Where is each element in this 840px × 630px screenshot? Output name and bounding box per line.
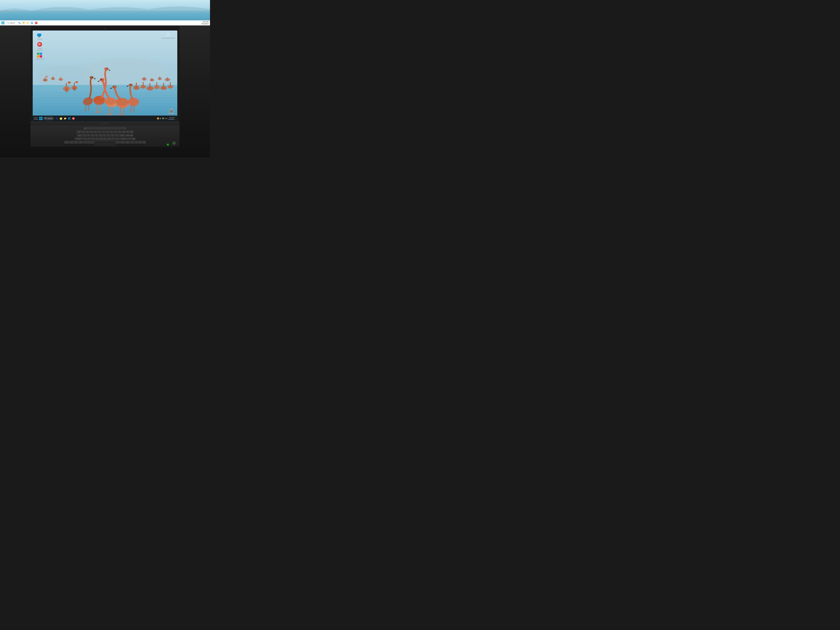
- key-t[interactable]: T: [98, 131, 101, 134]
- key-i[interactable]: I: [110, 131, 114, 134]
- key-a[interactable]: A: [83, 134, 86, 137]
- this-pc-icon[interactable]: This PC: [35, 33, 44, 40]
- svg-rect-21: [159, 76, 160, 79]
- key-fn[interactable]: Fn: [70, 141, 74, 144]
- key-pgup[interactable]: PgUp: [130, 134, 133, 137]
- key-ctrl-r[interactable]: Ctrl: [125, 141, 130, 144]
- key-x[interactable]: X: [87, 137, 91, 141]
- key-f10[interactable]: [117, 127, 120, 130]
- external-monitor: ision 🔍 Search 🐾 🗂️ 📁 🌐: [0, 0, 210, 25]
- key-o[interactable]: O: [114, 131, 118, 134]
- ext-edge-icon[interactable]: 🌐: [30, 21, 33, 25]
- key-alt-l[interactable]: Alt: [79, 141, 83, 144]
- key-tab[interactable]: Tab: [76, 131, 82, 134]
- notification-corner[interactable]: [175, 117, 177, 120]
- key-m[interactable]: M: [107, 137, 111, 141]
- ext-start-button[interactable]: [2, 21, 4, 24]
- svg-line-63: [123, 107, 124, 114]
- taskbar-widget-icon[interactable]: 🐾: [55, 117, 58, 120]
- key-n[interactable]: N: [103, 137, 107, 141]
- battery-icon[interactable]: 🔋: [162, 118, 164, 119]
- key-u[interactable]: U: [106, 131, 109, 134]
- key-pgdn[interactable]: PgDn: [132, 137, 135, 141]
- key-k[interactable]: K: [111, 134, 114, 137]
- language-indicator[interactable]: ENG: [164, 118, 168, 119]
- key-ins[interactable]: Ins: [126, 131, 129, 134]
- key-up[interactable]: ↑: [128, 137, 132, 141]
- taskbar-files-icon[interactable]: 📁: [63, 117, 67, 120]
- keyboard-row-4: Shift Z X C V B N M , . Shift ↑ PgDn: [32, 137, 178, 141]
- network-icon[interactable]: 📶: [157, 118, 159, 119]
- key-f11[interactable]: [120, 127, 123, 130]
- key-win[interactable]: ⊞: [74, 141, 78, 144]
- taskbar-search[interactable]: 🔍 Search: [43, 117, 54, 120]
- key-s[interactable]: S: [87, 134, 90, 137]
- learn-about-picture[interactable]: ℹ Learn about this picture: [161, 33, 175, 38]
- taskbar-opera-icon[interactable]: O: [72, 117, 75, 120]
- key-comma[interactable]: ,: [111, 137, 115, 141]
- key-g[interactable]: G: [99, 134, 102, 137]
- key-d[interactable]: D: [91, 134, 94, 137]
- key-q[interactable]: Q: [82, 131, 85, 134]
- power-button[interactable]: [172, 141, 176, 145]
- key-z[interactable]: Z: [84, 137, 87, 141]
- key-canc[interactable]: Canc: [130, 131, 134, 134]
- key-f1[interactable]: [88, 127, 90, 130]
- taskbar-explorer-icon[interactable]: 🗂️: [59, 117, 63, 120]
- svg-point-74: [105, 99, 117, 104]
- key-f7[interactable]: [107, 127, 110, 130]
- opera-browser-icon[interactable]: O Opera Browser: [35, 42, 44, 51]
- key-f5[interactable]: [101, 127, 104, 130]
- key-end[interactable]: End: [142, 141, 146, 144]
- recycle-bin-icon[interactable]: Recycle Bin: [168, 109, 175, 114]
- system-clock[interactable]: 9:54 PM 3/21/2024: [168, 117, 174, 120]
- ext-search-bar[interactable]: 🔍 Search: [5, 21, 16, 25]
- key-home[interactable]: Home: [126, 134, 129, 137]
- key-enter[interactable]: Enter: [118, 134, 126, 137]
- ext-files-icon[interactable]: 📁: [26, 21, 29, 25]
- key-p[interactable]: P: [118, 131, 122, 134]
- key-fn-x[interactable]: x: [123, 127, 126, 130]
- ext-widget-icon[interactable]: 🐾: [18, 21, 21, 25]
- desktop[interactable]: This PC O Opera Browser: [33, 30, 177, 122]
- key-v[interactable]: V: [95, 137, 99, 141]
- key-f9[interactable]: [114, 127, 117, 130]
- key-down[interactable]: ↓: [134, 141, 138, 144]
- key-e[interactable]: E: [90, 131, 93, 134]
- key-right[interactable]: →: [139, 141, 142, 144]
- learn-about-icon: ℹ: [166, 33, 170, 37]
- key-caps[interactable]: Caps: [77, 134, 82, 137]
- start-button[interactable]: [39, 117, 43, 120]
- key-shift-r[interactable]: Shift: [119, 137, 128, 141]
- keyboard-area: Esc x Tab Q W E R T: [30, 125, 180, 147]
- key-f8[interactable]: [111, 127, 114, 130]
- key-ctrl-l[interactable]: Ctrl: [64, 141, 69, 144]
- laptop-outer: ision 🔍 Search 🐾 🗂️ 📁 🌐: [0, 0, 210, 158]
- touchpad[interactable]: [94, 140, 116, 146]
- control-panel-icon[interactable]: Control Panel: [35, 52, 44, 60]
- key-f4[interactable]: [97, 127, 100, 130]
- key-f[interactable]: F: [95, 134, 98, 137]
- key-w[interactable]: W: [86, 131, 90, 134]
- key-f2[interactable]: [91, 127, 94, 130]
- key-j[interactable]: J: [107, 134, 110, 137]
- ext-opera-icon[interactable]: O: [35, 21, 38, 25]
- key-b[interactable]: B: [99, 137, 103, 141]
- key-period[interactable]: .: [115, 137, 119, 141]
- key-esc[interactable]: Esc: [84, 127, 87, 130]
- svg-point-76: [117, 99, 129, 105]
- key-f6[interactable]: [104, 127, 107, 130]
- key-shift-l[interactable]: Shift: [75, 137, 83, 141]
- key-alt-r[interactable]: Alt: [120, 141, 125, 144]
- key-y[interactable]: Y: [102, 131, 106, 134]
- key-f3[interactable]: [94, 127, 97, 130]
- sound-icon[interactable]: 🔊: [159, 118, 161, 119]
- key-r[interactable]: R: [94, 131, 98, 134]
- key-h[interactable]: H: [103, 134, 106, 137]
- key-c[interactable]: C: [92, 137, 95, 141]
- key-fine[interactable]: Fine: [122, 131, 126, 134]
- taskbar-edge-icon[interactable]: 🌐: [68, 117, 71, 120]
- key-left[interactable]: ←: [130, 141, 134, 144]
- ext-explorer-icon[interactable]: 🗂️: [22, 21, 25, 25]
- key-l[interactable]: L: [115, 134, 118, 137]
